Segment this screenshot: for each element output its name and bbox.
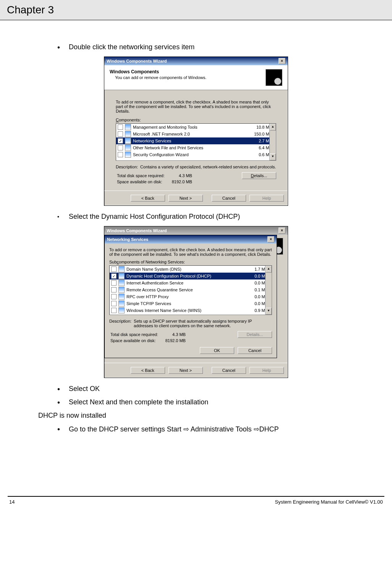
list-item[interactable]: Networking Services2.7 MB (116, 137, 276, 144)
description-text: Contains a variety of specialized, netwo… (140, 165, 276, 169)
scrollbar[interactable]: ▲▼ (269, 124, 276, 160)
list-label: Components: (116, 118, 276, 122)
instruction-text: To add or remove a component, click the … (109, 247, 272, 257)
checkbox[interactable] (111, 273, 117, 279)
titlebar: Windows Components Wizard × (104, 57, 288, 65)
list-item[interactable]: RPC over HTTP Proxy0.0 MB (110, 293, 272, 300)
doc-title: System Engineering Manual for CellView© … (275, 499, 383, 505)
bullet-item: Select Next and then complete the instal… (57, 398, 358, 406)
wizard-heading: Windows Components (110, 69, 206, 74)
item-name: Microsoft .NET Framework 2.0 (133, 132, 247, 136)
dialog-title: Networking Services (107, 237, 148, 242)
scroll-up-icon[interactable]: ▲ (270, 124, 276, 131)
item-name: Internet Authentication Service (126, 281, 243, 285)
list-item[interactable]: Remote Access Quarantine Service0.1 MB (110, 286, 272, 293)
component-icon (118, 280, 125, 286)
checkbox[interactable] (118, 152, 123, 157)
component-icon (118, 300, 125, 307)
help-button: Help (249, 367, 284, 374)
bullet-item: Double click the networking services ite… (57, 43, 358, 51)
description-label: Description: (116, 165, 138, 169)
next-button[interactable]: Next > (168, 195, 203, 202)
checkbox[interactable] (111, 301, 117, 306)
components-list[interactable]: Management and Monitoring Tools10.8 MBMi… (116, 123, 276, 161)
list-item[interactable]: Domain Name System (DNS)1.7 MB (110, 266, 272, 273)
item-name: Domain Name System (DNS) (126, 267, 243, 271)
page-number: 14 (9, 499, 15, 505)
list-item[interactable]: Dynamic Host Configuration Protocol (DHC… (110, 273, 272, 279)
checkbox[interactable] (118, 138, 123, 144)
component-icon (125, 145, 131, 151)
cancel-button[interactable]: Cancel (212, 195, 246, 202)
bullet-item: Go to the DHCP server settings Start ⇨ A… (57, 425, 358, 433)
networking-services-dialog: Networking Services × To add or remove a… (104, 235, 277, 358)
item-name: Windows Internet Name Service (WINS) (126, 308, 243, 313)
component-icon (118, 287, 125, 293)
wizard-buttons: < Back Next > Cancel Help (104, 363, 288, 378)
cancel-button[interactable]: Cancel (238, 347, 272, 354)
item-name: Dynamic Host Configuration Protocol (DHC… (126, 274, 243, 278)
bullet-list-2: Select the Dynamic Host Configuration Pr… (57, 213, 358, 221)
list-item[interactable]: Internet Authentication Service0.0 MB (110, 279, 272, 286)
bullet-item: Select OK (57, 385, 358, 393)
checkbox[interactable] (111, 308, 117, 313)
item-name: Remote Access Quarantine Service (126, 288, 243, 292)
component-icon (118, 294, 125, 300)
description-text: Sets up a DHCP server that automatically… (134, 319, 272, 328)
disk-stats: Total disk space required:4.3 MB Space a… (116, 172, 199, 185)
close-icon[interactable]: × (267, 236, 274, 242)
details-button[interactable]: Details... (242, 172, 276, 179)
page-footer: 14 System Engineering Manual for CellVie… (8, 496, 384, 507)
titlebar: Networking Services × (105, 235, 277, 244)
wizard-header: Windows Components You can add or remove… (104, 65, 288, 90)
bullet-list-4: Go to the DHCP server settings Start ⇨ A… (57, 425, 358, 433)
cancel-button[interactable]: Cancel (212, 367, 246, 374)
scroll-up-icon[interactable]: ▲ (266, 266, 272, 273)
wizard-dialog-2: Windows Components Wizard × Networking S… (104, 226, 288, 378)
checkbox[interactable] (118, 124, 123, 130)
component-icon (125, 138, 131, 144)
dialog-title: Windows Components Wizard (107, 228, 167, 233)
close-icon[interactable]: × (279, 58, 285, 64)
next-button[interactable]: Next > (168, 367, 203, 374)
back-button[interactable]: < Back (131, 367, 165, 374)
item-name: Networking Services (133, 139, 247, 143)
scrollbar[interactable]: ▲▼ (265, 266, 272, 315)
wizard-subtext: You can add or remove components of Wind… (115, 75, 206, 80)
chapter-header: Chapter 3 (0, 0, 392, 20)
list-item[interactable]: Management and Monitoring Tools10.8 MB (116, 124, 276, 131)
subcomponents-list[interactable]: Domain Name System (DNS)1.7 MBDynamic Ho… (109, 265, 272, 315)
list-item[interactable]: Other Network File and Print Services6.4… (116, 144, 276, 151)
back-button[interactable]: < Back (131, 195, 165, 202)
dialog-title: Windows Components Wizard (107, 59, 167, 63)
page-content: Double click the networking services ite… (0, 20, 392, 443)
checkbox[interactable] (111, 267, 117, 272)
list-item[interactable]: Windows Internet Name Service (WINS)0.9 … (110, 307, 272, 314)
description-label: Description: (109, 319, 131, 328)
component-icon (118, 307, 125, 313)
list-item[interactable]: Security Configuration Wizard0.6 MB (116, 151, 276, 158)
disc-icon (266, 69, 282, 86)
list-label: Subcomponents of Networking Services: (109, 260, 272, 264)
component-icon (125, 131, 131, 137)
scroll-down-icon[interactable]: ▼ (270, 153, 276, 160)
checkbox[interactable] (118, 145, 123, 150)
help-button: Help (249, 195, 284, 202)
wizard-buttons: < Back Next > Cancel Help (104, 191, 288, 205)
bullet-list-3: Select OK Select Next and then complete … (57, 385, 358, 406)
bullet-list-1: Double click the networking services ite… (57, 43, 358, 51)
list-item[interactable]: Microsoft .NET Framework 2.0150.0 MB (116, 131, 276, 137)
checkbox[interactable] (111, 287, 117, 292)
checkbox[interactable] (118, 131, 123, 137)
list-item[interactable]: Simple TCP/IP Services0.0 MB (110, 300, 272, 307)
item-name: Other Network File and Print Services (133, 145, 247, 150)
scroll-down-icon[interactable]: ▼ (266, 308, 272, 315)
details-button: Details... (238, 331, 272, 338)
disk-stats: Total disk space required:4.3 MB Space a… (109, 331, 193, 344)
checkbox[interactable] (111, 294, 117, 299)
ok-button[interactable]: OK (200, 347, 234, 354)
checkbox[interactable] (111, 280, 117, 286)
component-icon (125, 124, 131, 130)
component-icon (118, 273, 125, 279)
close-icon[interactable]: × (279, 228, 285, 234)
